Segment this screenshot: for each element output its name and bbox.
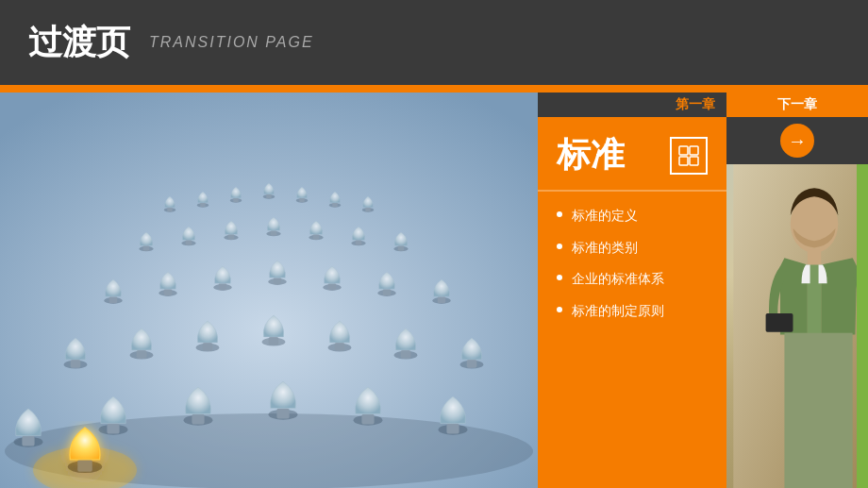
- chapter-icon: [670, 137, 708, 175]
- bullet-icon: [557, 211, 562, 217]
- svg-rect-35: [219, 283, 226, 290]
- svg-rect-43: [438, 296, 445, 303]
- chapter-label: 第一章: [538, 93, 726, 117]
- svg-rect-75: [679, 157, 688, 165]
- svg-rect-55: [401, 350, 411, 359]
- page-title-zh: 过渡页: [28, 20, 130, 66]
- svg-rect-63: [192, 414, 204, 425]
- svg-rect-29: [398, 245, 405, 251]
- svg-rect-74: [690, 146, 698, 155]
- svg-rect-31: [109, 296, 117, 303]
- svg-rect-82: [766, 313, 793, 332]
- list-item: 标准的制定原则: [557, 302, 711, 321]
- panel-title-area: 标准: [538, 117, 726, 192]
- list-item: 企业的标准体系: [557, 270, 711, 289]
- list-item-text: 标准的制定原则: [572, 302, 664, 321]
- chapter-panel: 第一章 标准 标准的定义 标准的类别: [538, 93, 726, 488]
- svg-rect-3: [167, 208, 172, 212]
- bullet-icon: [557, 275, 562, 280]
- next-chapter-image: [726, 164, 868, 488]
- svg-rect-57: [467, 360, 477, 368]
- svg-rect-65: [276, 409, 289, 419]
- svg-rect-41: [383, 289, 391, 295]
- list-item-text: 标准的定义: [572, 207, 638, 226]
- bullet-icon: [557, 244, 562, 249]
- list-item-text: 标准的类别: [572, 239, 638, 258]
- svg-rect-27: [356, 240, 362, 244]
- svg-rect-81: [784, 333, 852, 488]
- next-chapter-panel[interactable]: 下一章 →: [726, 93, 868, 488]
- green-accent-bar: [857, 164, 868, 488]
- svg-rect-59: [22, 436, 34, 446]
- svg-rect-37: [274, 278, 281, 284]
- svg-rect-67: [361, 414, 374, 425]
- svg-rect-72: [77, 460, 92, 472]
- next-chapter-label: 下一章: [726, 93, 868, 117]
- svg-rect-51: [269, 337, 279, 345]
- svg-rect-19: [186, 240, 192, 244]
- bullet-icon: [557, 307, 562, 312]
- svg-rect-73: [679, 146, 688, 155]
- svg-rect-17: [143, 245, 150, 251]
- svg-rect-49: [203, 343, 213, 351]
- svg-rect-47: [137, 350, 147, 359]
- panel-title-text: 标准: [557, 132, 625, 178]
- svg-rect-76: [690, 157, 698, 165]
- svg-rect-69: [446, 424, 459, 434]
- list-item-text: 企业的标准体系: [572, 270, 664, 289]
- chapter-list: 标准的定义 标准的类别 企业的标准体系 标准的制定原则: [538, 192, 726, 488]
- svg-rect-11: [299, 198, 304, 203]
- list-item: 标准的类别: [557, 239, 711, 258]
- svg-rect-7: [233, 198, 238, 203]
- main-content: 第一章 标准 标准的定义 标准的类别: [0, 93, 868, 488]
- page-title-en: TRANSITION PAGE: [149, 34, 314, 51]
- svg-rect-33: [164, 289, 172, 295]
- svg-rect-13: [332, 203, 337, 208]
- svg-rect-21: [228, 234, 235, 240]
- orange-divider: [0, 85, 868, 93]
- svg-rect-25: [313, 234, 320, 240]
- svg-rect-61: [107, 424, 119, 434]
- hero-image: [0, 93, 538, 488]
- svg-rect-45: [71, 360, 81, 368]
- svg-rect-5: [200, 203, 205, 208]
- svg-rect-9: [266, 194, 271, 199]
- next-arrow-area[interactable]: →: [726, 117, 868, 164]
- header: 过渡页 TRANSITION PAGE: [0, 0, 868, 85]
- svg-rect-39: [328, 283, 336, 290]
- next-arrow-button[interactable]: →: [780, 124, 814, 158]
- svg-rect-53: [335, 343, 345, 351]
- svg-rect-79: [808, 249, 821, 266]
- svg-rect-23: [271, 230, 277, 236]
- svg-rect-15: [365, 208, 370, 212]
- list-item: 标准的定义: [557, 207, 711, 226]
